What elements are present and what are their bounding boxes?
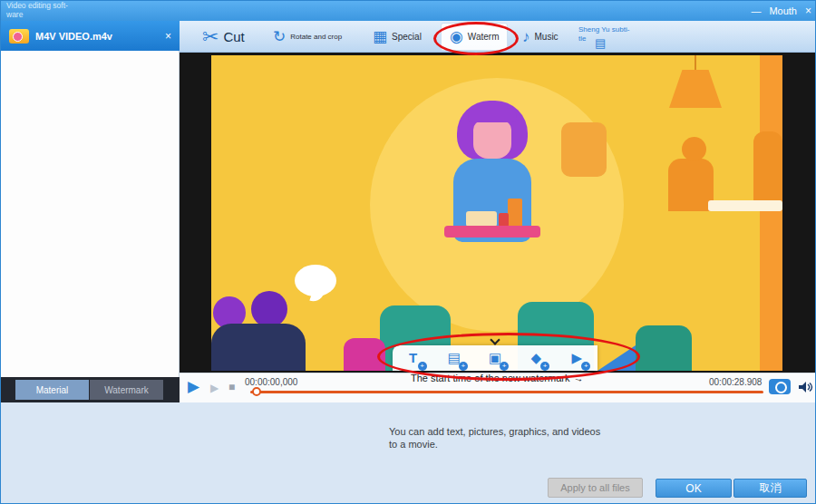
timeline-track[interactable] [250, 391, 763, 393]
video-thumbnail-icon [9, 29, 29, 44]
add-graphic-watermark-button[interactable]: ◆ + [522, 347, 549, 369]
hint-text: You can add text, pictures, graphics, an… [389, 425, 634, 451]
tab-cut[interactable]: ✂ Cut [202, 23, 245, 51]
tab-watermark[interactable]: ◉ Waterm [441, 23, 508, 51]
add-picture-watermark-button[interactable]: ▣ + [481, 347, 509, 369]
cartoon-lamp-cord [695, 55, 696, 72]
plus-badge-icon: + [540, 362, 549, 371]
cartoon-cup [499, 213, 509, 227]
plus-badge-icon: + [500, 362, 509, 371]
file-close-button[interactable]: × [165, 30, 171, 43]
video-watermark-icon: ▶ [572, 350, 583, 365]
minimize-button[interactable]: — [751, 5, 761, 16]
footer-panel: You can add text, pictures, graphics, an… [1, 402, 816, 504]
titlebar: Video editing soft- ware — Mouth × [1, 1, 816, 21]
cartoon-person-fringe [468, 108, 517, 122]
cartoon-lamp [669, 70, 722, 108]
cancel-button[interactable]: 取消 [733, 479, 807, 498]
ok-button[interactable]: OK [656, 479, 732, 498]
playhead-knob[interactable] [252, 387, 261, 396]
tab-cut-label: Cut [223, 29, 244, 44]
file-name: M4V VIDEO.m4v [35, 31, 159, 42]
tooltip-text: The start time of the new watermark [411, 373, 569, 383]
tab-watermark-label: Waterm [468, 32, 500, 42]
cartoon-speech-bubble-tail [309, 290, 323, 304]
app-window: Video editing soft- ware — Mouth × ✂ Cut… [0, 0, 816, 504]
tab-watermark-list[interactable]: Watermark [90, 380, 163, 400]
snapshot-button[interactable] [769, 379, 791, 394]
tab-subtitle-label: Sheng Yu subti- tle [578, 25, 649, 44]
cartoon-wall-stripe [760, 55, 782, 371]
add-video-watermark-button[interactable]: ▶ + [563, 347, 590, 369]
total-time: 00:00:28.908 [709, 377, 762, 387]
tab-special-effects[interactable]: ▦ Special [373, 23, 422, 51]
add-image-watermark-button[interactable]: ▤ + [441, 347, 468, 369]
sidebar-tab-strip: Material Watermark [1, 377, 180, 402]
subtitle-icon: ▤ [595, 37, 606, 49]
close-button[interactable]: × [805, 5, 811, 17]
tab-music-label: Music [535, 32, 559, 42]
tab-subtitle[interactable]: Sheng Yu subti- tle ▤ [578, 23, 656, 51]
effects-icon: ▦ [373, 29, 387, 44]
watermark-toolbar: T + ▤ + ▣ + ◆ + ▶ + [393, 345, 597, 371]
plus-badge-icon: + [581, 362, 590, 371]
play-button[interactable]: ▶ [188, 379, 199, 394]
add-text-watermark-button[interactable]: T + [400, 347, 427, 369]
cartoon-background-figure [668, 159, 714, 211]
rotate-crop-icon: ↻ [273, 29, 286, 44]
titlebar-account-label: Mouth [769, 5, 797, 16]
plus-badge-icon: + [418, 362, 427, 371]
watermark-panel-fold [597, 345, 636, 371]
scissors-icon: ✂ [202, 27, 219, 47]
tooltip-arrow-icon: → [573, 372, 585, 384]
cartoon-sandwich [466, 211, 497, 227]
material-list-panel [1, 51, 180, 377]
tab-rotate-and-crop[interactable]: ↻ Rotate and crop [273, 23, 345, 51]
preview-play-button[interactable]: ▶ [210, 383, 219, 393]
text-watermark-icon: T [409, 350, 417, 365]
tab-music[interactable]: ♪ Music [522, 23, 559, 51]
cartoon-person-face [473, 121, 511, 159]
current-time: 00:00:00,000 [245, 377, 297, 387]
cartoon-tray [444, 226, 540, 237]
music-note-icon: ♪ [522, 29, 530, 44]
tab-rotate-label: Rotate and crop [290, 33, 345, 41]
cartoon-background-figure-2 [753, 131, 782, 211]
video-frame [211, 55, 782, 371]
cartoon-wall-frame [561, 122, 607, 177]
cartoon-juice-box [508, 199, 522, 228]
window-title: Video editing soft- ware [6, 2, 106, 20]
stop-button[interactable]: ■ [228, 382, 235, 393]
cartoon-chair [636, 325, 692, 371]
watermark-icon: ◉ [450, 29, 463, 44]
cartoon-foreground-body [211, 324, 306, 371]
tab-material[interactable]: Material [15, 380, 89, 400]
cartoon-background-figure-head [682, 137, 706, 161]
file-list-item[interactable]: M4V VIDEO.m4v × [1, 21, 180, 51]
graphic-watermark-icon: ◆ [530, 350, 541, 365]
plus-badge-icon: + [459, 362, 468, 371]
cartoon-table [708, 200, 782, 211]
cartoon-foreground-shape [344, 338, 385, 371]
toolbar: ✂ Cut ↻ Rotate and crop ▦ Special ◉ Wate… [180, 21, 816, 53]
video-preview [180, 53, 816, 373]
volume-icon[interactable] [799, 381, 813, 397]
watermark-tooltip: The start time of the new watermark → [411, 373, 584, 383]
tab-special-label: Special [392, 32, 422, 42]
apply-to-all-button[interactable]: Apply to all files [548, 478, 643, 498]
cartoon-foreground-head [251, 291, 287, 327]
